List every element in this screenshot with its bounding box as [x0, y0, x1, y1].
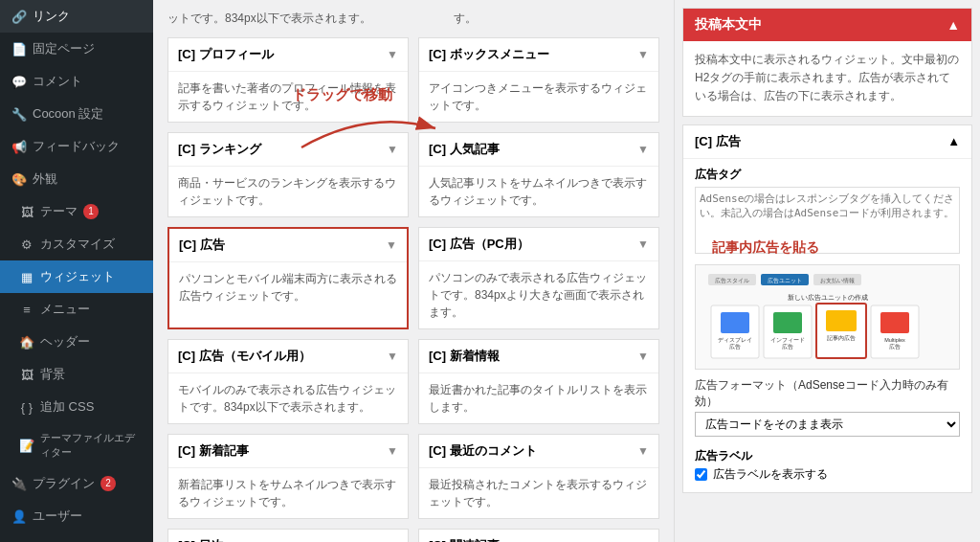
- svg-rect-21: [880, 312, 909, 333]
- widget-card-new-articles-header[interactable]: [C] 新着記事 ▼: [168, 435, 408, 468]
- post-body-description: 投稿本文中に表示されるウィジェット。文中最初のH2タグの手前に表示されます。広告…: [683, 41, 971, 116]
- widget-card-ranking[interactable]: [C] ランキング ▼ 商品・サービスのランキングを表示するウィジェットです。: [167, 132, 409, 217]
- header-icon: 🏠: [19, 334, 34, 350]
- top-text: ットです。834px以下で表示されます。 す。: [153, 6, 674, 33]
- sidebar-item-plugin[interactable]: 🔌 プラグイン 2: [0, 467, 153, 500]
- ad-label-label: 広告ラベル: [695, 448, 960, 464]
- sidebar-item-feedback[interactable]: 📢 フィードバック: [0, 130, 153, 163]
- widget-card-boxmenu-header[interactable]: [C] ボックスメニュー ▼: [419, 38, 658, 72]
- widget-card-related[interactable]: [C] 関連記事 ▼ 関連記事リストをサムネイルつきで表示するウィジェットです。…: [418, 529, 659, 542]
- widget-card-news[interactable]: [C] 新着情報 ▼ 最近書かれた記事のタイトルリストを表示します。: [418, 339, 659, 424]
- widget-card-recent-comments-body: 最近投稿されたコメントを表示するウィジェットです。: [419, 468, 658, 518]
- theme-badge: 1: [83, 204, 99, 219]
- widget-card-ad[interactable]: [C] 広告 ▼ パソコンとモバイル端末両方に表示される広告ウィジェットです。: [167, 227, 409, 329]
- theme-icon: 🖼: [19, 204, 34, 219]
- widget-card-toc[interactable]: [C] 目次 ▼ 目次リンクを表示するだけのウィジェットです。: [167, 529, 409, 542]
- chevron-down-icon: ▼: [387, 444, 398, 458]
- sidebar-item-widget[interactable]: ▦ ウィジェット: [0, 260, 153, 293]
- chevron-up-icon: ▲: [947, 17, 960, 33]
- cocoon-icon: 🔧: [11, 106, 27, 122]
- widget-columns: [C] プロフィール ▼ 記事を書いた著者のプロフィール情報を表示するウィジェッ…: [153, 33, 674, 542]
- widget-card-recent-comments-header[interactable]: [C] 最近のコメント ▼: [419, 435, 658, 468]
- sidebar-item-cocoon[interactable]: 🔧 Cocoon 設定: [0, 98, 153, 130]
- widget-card-ranking-header[interactable]: [C] ランキング ▼: [168, 133, 408, 167]
- chevron-down-icon: ▼: [387, 350, 398, 363]
- widget-card-profile-body: 記事を書いた著者のプロフィール情報を表示するウィジェットです。: [168, 72, 408, 122]
- sidebar-item-appearance[interactable]: 🎨 外観: [0, 163, 153, 195]
- ad-label-checkbox-text: 広告ラベルを表示する: [713, 466, 828, 483]
- widget-card-ranking-body: 商品・サービスのランキングを表示するウィジェットです。: [168, 167, 408, 216]
- chevron-down-icon: ▼: [637, 143, 649, 156]
- ad-image-preview: 広告スタイル 広告ユニット お支払い情報 新しい広告ユニットの作成 ディスプレイ…: [695, 264, 960, 370]
- widget-card-ad-pc[interactable]: [C] 広告（PC用） ▼ パソコンのみで表示される広告ウィジェットです。834…: [418, 227, 659, 329]
- sidebar-item-tools[interactable]: 🔨 ツール: [0, 532, 153, 542]
- svg-text:広告ユニット: 広告ユニット: [768, 277, 802, 283]
- chevron-down-icon: ▼: [387, 48, 398, 61]
- widget-card-ad-mobile-body: モバイルのみで表示される広告ウィジェットです。834px以下で表示されます。: [168, 373, 408, 423]
- svg-text:お支払い情報: お支払い情報: [820, 278, 855, 283]
- widget-card-ad-mobile-header[interactable]: [C] 広告（モバイル用） ▼: [168, 340, 408, 373]
- widget-card-popular[interactable]: [C] 人気記事 ▼ 人気記事リストをサムネイルつきで表示するウィジェットです。: [418, 132, 659, 217]
- chevron-down-icon: ▼: [637, 48, 649, 61]
- widget-card-ad-body: パソコンとモバイル端末両方に表示される広告ウィジェットです。: [169, 262, 407, 312]
- svg-text:インフィード: インフィード: [770, 337, 805, 343]
- sidebar-item-editor[interactable]: 📝 テーマファイルエディター: [0, 423, 153, 467]
- sidebar-item-user[interactable]: 👤 ユーザー: [0, 500, 153, 532]
- plugin-icon: 🔌: [11, 476, 27, 491]
- widget-card-ad-header[interactable]: [C] 広告 ▼: [169, 229, 407, 262]
- sidebar-item-link[interactable]: 🔗 リンク: [0, 0, 153, 33]
- sidebar-item-comment[interactable]: 💬 コメント: [0, 65, 153, 98]
- ad-section-header[interactable]: [C] 広告 ▲: [683, 125, 971, 159]
- sidebar: 🔗 リンク 📄 固定ページ 💬 コメント 🔧 Cocoon 設定 📢 フィードバ…: [0, 0, 153, 542]
- svg-text:新しい広告ユニットの作成: 新しい広告ユニットの作成: [788, 294, 868, 301]
- ad-section: [C] 広告 ▲ 広告タグ 記事内広告を貼る 広告スタイル: [682, 124, 972, 493]
- sidebar-item-bg[interactable]: 🖼 背景: [0, 358, 153, 391]
- sidebar-item-css[interactable]: { } 追加 CSS: [0, 391, 153, 423]
- sidebar-item-fixed-page[interactable]: 📄 固定ページ: [0, 33, 153, 65]
- article-ad-annotation: 記事内広告を貼る: [712, 239, 819, 257]
- svg-rect-18: [826, 310, 857, 331]
- widget-card-profile-header[interactable]: [C] プロフィール ▼: [168, 38, 408, 72]
- sidebar-item-theme[interactable]: 🖼 テーマ 1: [0, 195, 153, 228]
- css-icon: { }: [19, 399, 34, 415]
- bg-icon: 🖼: [19, 367, 34, 382]
- chevron-down-icon: ▼: [387, 143, 398, 156]
- post-body-title: 投稿本文中: [695, 16, 762, 34]
- svg-rect-10: [721, 312, 749, 333]
- editor-icon: 📝: [19, 438, 34, 453]
- widget-card-ad-pc-header[interactable]: [C] 広告（PC用） ▼: [419, 228, 658, 261]
- widget-card-news-header[interactable]: [C] 新着情報 ▼: [419, 340, 658, 373]
- sidebar-item-menu[interactable]: ≡ メニュー: [0, 293, 153, 326]
- user-icon: 👤: [11, 508, 27, 524]
- feedback-icon: 📢: [11, 139, 27, 154]
- widget-card-new-articles-body: 新着記事リストをサムネイルつきで表示するウィジェットです。: [168, 468, 408, 518]
- widget-card-new-articles[interactable]: [C] 新着記事 ▼ 新着記事リストをサムネイルつきで表示するウィジェットです。: [167, 434, 409, 519]
- widget-card-boxmenu[interactable]: [C] ボックスメニュー ▼ アイコンつきメニューを表示するウィジェットです。: [418, 37, 659, 123]
- comment-icon: 💬: [11, 74, 27, 89]
- widget-card-ad-mobile[interactable]: [C] 広告（モバイル用） ▼ モバイルのみで表示される広告ウィジェットです。8…: [167, 339, 409, 424]
- widget-card-profile[interactable]: [C] プロフィール ▼ 記事を書いた著者のプロフィール情報を表示するウィジェッ…: [167, 37, 409, 123]
- post-body-section: 投稿本文中 ▲ 投稿本文中に表示されるウィジェット。文中最初のH2タグの手前に表…: [682, 8, 972, 117]
- svg-text:広告スタイル: 広告スタイル: [715, 277, 749, 283]
- right-panel: 投稿本文中 ▲ 投稿本文中に表示されるウィジェット。文中最初のH2タグの手前に表…: [674, 0, 980, 542]
- ad-format-select[interactable]: 広告コードをそのまま表示レスポンシブカスタム: [695, 412, 960, 437]
- widget-card-related-header[interactable]: [C] 関連記事 ▼: [419, 530, 658, 542]
- page-icon: 📄: [11, 41, 27, 56]
- ad-tag-label: 広告タグ: [695, 167, 960, 183]
- appearance-icon: 🎨: [11, 171, 27, 187]
- widget-card-ad-pc-body: パソコンのみで表示される広告ウィジェットです。834pxより大きな画面で表示され…: [419, 261, 658, 328]
- svg-text:広告: 広告: [782, 343, 793, 350]
- ad-section-wrapper: [C] 広告 ▲ 広告タグ 記事内広告を貼る 広告スタイル: [675, 124, 980, 493]
- widget-list: ットです。834px以下で表示されます。 す。 [C] プロフィール ▼ 記事を…: [153, 0, 674, 542]
- ad-label-checkbox[interactable]: [695, 468, 707, 481]
- ad-section-title: [C] 広告: [695, 133, 741, 150]
- menu-icon: ≡: [19, 302, 34, 317]
- widget-card-boxmenu-body: アイコンつきメニューを表示するウィジェットです。: [419, 72, 658, 122]
- widget-card-news-body: 最近書かれた記事のタイトルリストを表示します。: [419, 373, 658, 423]
- sidebar-item-customize[interactable]: ⚙ カスタマイズ: [0, 228, 153, 260]
- widget-card-toc-header[interactable]: [C] 目次 ▼: [168, 530, 408, 542]
- sidebar-item-header[interactable]: 🏠 ヘッダー: [0, 326, 153, 358]
- svg-rect-14: [773, 312, 802, 333]
- widget-card-recent-comments[interactable]: [C] 最近のコメント ▼ 最近投稿されたコメントを表示するウィジェットです。: [418, 434, 659, 519]
- widget-card-popular-header[interactable]: [C] 人気記事 ▼: [419, 133, 658, 167]
